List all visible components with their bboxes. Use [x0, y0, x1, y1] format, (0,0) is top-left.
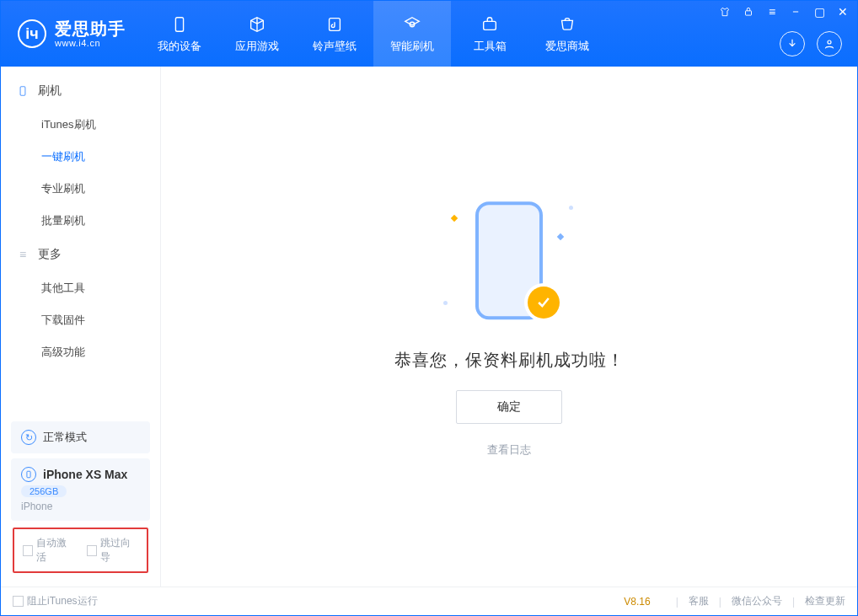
sidebar-item-download-firmware[interactable]: 下载固件 — [1, 304, 160, 336]
nav-label: 我的设备 — [158, 39, 201, 54]
close-icon[interactable]: ✕ — [835, 4, 850, 19]
sidebar-section-more: ≡ 更多 — [1, 237, 160, 272]
sidebar-item-batch-flash[interactable]: 批量刷机 — [1, 205, 160, 237]
svg-rect-0 — [175, 17, 183, 31]
music-icon — [324, 14, 345, 35]
shirt-icon[interactable] — [717, 4, 732, 19]
minimize-icon[interactable]: － — [788, 4, 803, 19]
nav-ringtones[interactable]: 铃声壁纸 — [296, 1, 373, 67]
checkbox-label: 自动激活 — [36, 536, 74, 565]
sidebar-section-flash: 刷机 — [1, 73, 160, 109]
svg-rect-7 — [27, 471, 30, 478]
svg-rect-4 — [746, 11, 752, 15]
body: 刷机 iTunes刷机 一键刷机 专业刷机 批量刷机 ≡ 更多 其他工具 下载固… — [1, 67, 857, 587]
checkbox-block-itunes[interactable]: 阻止iTunes运行 — [13, 594, 98, 608]
check-badge-icon — [528, 287, 560, 319]
nav-store[interactable]: 爱思商城 — [528, 1, 606, 67]
sidebar-bottom: ↻ 正常模式 iPhone XS Max 256GB iPhone 自动激活 跳… — [1, 410, 160, 587]
download-icon[interactable] — [780, 31, 805, 56]
section-title: 更多 — [38, 247, 62, 262]
nav-apps[interactable]: 应用游戏 — [218, 1, 296, 67]
checkbox-auto-activate[interactable]: 自动激活 — [23, 536, 75, 565]
brand: iч 爱思助手 www.i4.cn — [1, 1, 141, 67]
device-storage-badge: 256GB — [21, 485, 67, 497]
brand-subtitle: www.i4.cn — [55, 38, 126, 48]
sidebar-scroll: 刷机 iTunes刷机 一键刷机 专业刷机 批量刷机 ≡ 更多 其他工具 下载固… — [1, 67, 160, 410]
sidebar-item-onekey-flash[interactable]: 一键刷机 — [1, 141, 160, 173]
device-icon — [169, 14, 190, 35]
mode-label: 正常模式 — [43, 430, 87, 445]
menu-icon[interactable]: ≡ — [764, 4, 780, 19]
cube-icon — [247, 14, 267, 35]
top-nav: 我的设备 应用游戏 铃声壁纸 智能刷机 工具箱 爱思商城 — [141, 1, 606, 67]
ok-button[interactable]: 确定 — [456, 390, 562, 424]
view-log-link[interactable]: 查看日志 — [487, 442, 531, 458]
footer: 阻止iTunes运行 V8.16 | 客服 | 微信公众号 | 检查更新 — [1, 587, 857, 615]
device-type: iPhone — [21, 501, 52, 512]
brand-logo-icon: iч — [18, 19, 46, 48]
user-icon[interactable] — [817, 31, 842, 56]
dot-icon — [569, 206, 573, 210]
nav-toolbox[interactable]: 工具箱 — [451, 1, 528, 67]
list-icon: ≡ — [16, 248, 29, 261]
sidebar-item-advanced[interactable]: 高级功能 — [1, 336, 160, 368]
checkbox-icon[interactable] — [23, 545, 33, 556]
checkbox-icon[interactable] — [87, 545, 97, 556]
toolbox-icon — [480, 14, 500, 35]
brand-text: 爱思助手 www.i4.cn — [55, 19, 126, 48]
nav-label: 应用游戏 — [235, 39, 279, 54]
main-content: 恭喜您，保资料刷机成功啦！ 确定 查看日志 — [161, 67, 857, 587]
options-highlight-box: 自动激活 跳过向导 — [13, 528, 148, 573]
svg-point-5 — [828, 40, 831, 44]
cart-icon — [557, 14, 577, 35]
window-controls: ≡ － ▢ ✕ — [717, 4, 850, 19]
svg-rect-6 — [20, 87, 25, 96]
checkbox-label: 跳过向导 — [100, 536, 138, 565]
brand-title: 爱思助手 — [55, 19, 126, 38]
success-message: 恭喜您，保资料刷机成功啦！ — [394, 349, 625, 372]
sidebar-item-itunes-flash[interactable]: iTunes刷机 — [1, 109, 160, 141]
checkbox-icon[interactable] — [13, 596, 24, 607]
nav-label: 爱思商城 — [545, 39, 589, 54]
titlebar: iч 爱思助手 www.i4.cn 我的设备 应用游戏 铃声壁纸 智能刷机 — [1, 1, 857, 67]
sidebar-item-other-tools[interactable]: 其他工具 — [1, 272, 160, 304]
checkbox-label: 阻止iTunes运行 — [27, 594, 98, 608]
app-window: iч 爱思助手 www.i4.cn 我的设备 应用游戏 铃声壁纸 智能刷机 — [0, 0, 858, 616]
header-right-icons — [780, 31, 842, 56]
maximize-icon[interactable]: ▢ — [812, 4, 827, 19]
dot-icon — [443, 301, 448, 305]
version-label: V8.16 — [624, 596, 650, 608]
mode-icon: ↻ — [21, 430, 36, 445]
spark-icon — [557, 233, 564, 240]
lock-icon[interactable] — [741, 4, 756, 19]
phone-outline-icon — [16, 84, 29, 98]
device-phone-icon — [21, 467, 36, 482]
spark-icon — [451, 215, 458, 222]
device-name: iPhone XS Max — [43, 468, 127, 481]
nav-label: 工具箱 — [474, 39, 507, 54]
checkbox-skip-guide[interactable]: 跳过向导 — [87, 536, 139, 565]
nav-mydevice[interactable]: 我的设备 — [141, 1, 218, 67]
device-card[interactable]: iPhone XS Max 256GB iPhone — [11, 458, 150, 521]
refresh-icon — [402, 14, 422, 35]
success-illustration — [433, 196, 585, 330]
footer-link-support[interactable]: 客服 — [689, 594, 709, 608]
section-title: 刷机 — [38, 83, 62, 99]
mode-card[interactable]: ↻ 正常模式 — [11, 421, 150, 453]
sidebar: 刷机 iTunes刷机 一键刷机 专业刷机 批量刷机 ≡ 更多 其他工具 下载固… — [1, 67, 161, 587]
nav-flash[interactable]: 智能刷机 — [373, 1, 451, 67]
nav-label: 铃声壁纸 — [313, 39, 357, 54]
sidebar-item-pro-flash[interactable]: 专业刷机 — [1, 173, 160, 205]
svg-rect-3 — [484, 21, 496, 29]
footer-link-update[interactable]: 检查更新 — [805, 594, 845, 608]
nav-label: 智能刷机 — [390, 39, 434, 54]
device-name-row: iPhone XS Max — [21, 467, 127, 482]
footer-link-wechat[interactable]: 微信公众号 — [732, 594, 782, 608]
